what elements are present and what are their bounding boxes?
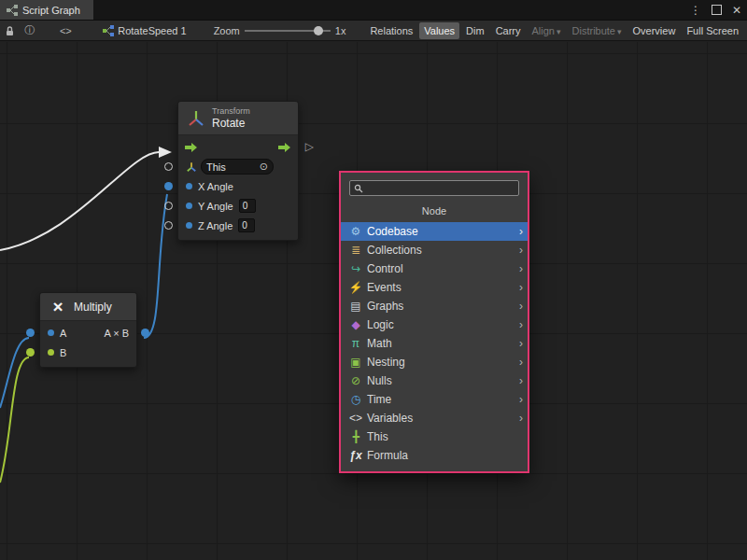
- finder-item-label: Codebase: [367, 225, 519, 238]
- overview-button[interactable]: Overview: [628, 22, 681, 39]
- node-title: Multiply: [74, 301, 112, 314]
- node-header[interactable]: × Multiply: [40, 293, 136, 321]
- finder-item-label: Nesting: [367, 356, 519, 369]
- edge-control-flow[interactable]: [0, 152, 159, 250]
- window-menu-icon[interactable]: ⋮: [690, 4, 701, 17]
- port-x-angle-input[interactable]: [164, 182, 173, 190]
- a-dot-icon: [48, 329, 54, 336]
- align-button[interactable]: Align▾: [528, 22, 566, 39]
- carry-button[interactable]: Carry: [491, 22, 526, 39]
- search-icon: [354, 184, 363, 193]
- codebase-icon: ⚙: [348, 225, 363, 238]
- zoom-slider[interactable]: [245, 30, 331, 32]
- b-dot-icon: [48, 349, 54, 356]
- z-angle-port-row: Z Angle 0: [178, 216, 298, 235]
- x-angle-dot-icon: [186, 183, 192, 189]
- finder-header: Node: [341, 199, 528, 222]
- finder-item-nulls[interactable]: ⊘ Nulls ›: [341, 371, 528, 390]
- flow-out-arrow-icon[interactable]: [278, 142, 291, 153]
- code-view-button[interactable]: <>: [60, 25, 73, 36]
- edge-into-multiply-b[interactable]: [0, 357, 29, 483]
- code-icon: <>: [60, 25, 72, 36]
- finder-item-codebase[interactable]: ⚙ Codebase ›: [341, 222, 528, 241]
- flow-in-arrow-icon[interactable]: [185, 142, 198, 153]
- finder-item-label: This: [367, 430, 523, 443]
- script-graph-icon: [7, 5, 18, 16]
- finder-item-collections[interactable]: ≣ Collections ›: [341, 241, 528, 259]
- y-angle-input[interactable]: 0: [239, 199, 256, 213]
- multiply-icon: ×: [49, 298, 67, 315]
- node-transform-rotate[interactable]: Transform Rotate ▷: [177, 101, 299, 241]
- node-search-input[interactable]: [367, 182, 514, 194]
- finder-item-nesting[interactable]: ▣ Nesting ›: [341, 353, 528, 371]
- zoom-label: Zoom: [214, 25, 240, 36]
- chevron-right-icon: ›: [519, 300, 523, 313]
- port-a-input[interactable]: [26, 329, 35, 337]
- finder-item-logic[interactable]: ◆ Logic ›: [341, 315, 528, 334]
- port-y-angle-input[interactable]: [164, 202, 173, 210]
- port-b-input[interactable]: [26, 348, 35, 357]
- finder-item-events[interactable]: ⚡ Events ›: [341, 278, 528, 297]
- node-type-label: Transform: [212, 106, 250, 117]
- finder-item-label: Control: [367, 262, 519, 275]
- finder-item-time[interactable]: ◷ Time ›: [341, 390, 528, 409]
- object-picker-icon[interactable]: ⊙: [260, 161, 268, 173]
- finder-item-label: Graphs: [367, 300, 519, 313]
- flow-arrowhead-icon: [159, 147, 172, 158]
- relations-button[interactable]: Relations: [365, 22, 417, 39]
- formula-fx-icon: ƒx: [348, 449, 363, 462]
- finder-item-variables[interactable]: <> Variables ›: [341, 409, 528, 427]
- chevron-right-icon: ›: [519, 412, 523, 425]
- this-port-row: This ⊙: [178, 157, 298, 176]
- finder-item-graphs[interactable]: ▤ Graphs ›: [341, 297, 528, 315]
- finder-item-this[interactable]: ╋ This: [341, 427, 528, 446]
- finder-item-label: Collections: [367, 244, 519, 257]
- lock-button[interactable]: [4, 25, 17, 36]
- graphs-folder-icon: ▤: [348, 300, 363, 313]
- finder-item-label: Variables: [367, 412, 519, 425]
- port-z-angle-input[interactable]: [164, 221, 173, 230]
- this-cross-icon: ╋: [348, 430, 363, 443]
- zoom-control: Zoom 1x: [214, 25, 346, 36]
- node-multiply[interactable]: × Multiply A A × B B: [39, 292, 137, 368]
- info-button[interactable]: ⓘ: [23, 23, 36, 37]
- mini-axis-icon: [186, 161, 197, 173]
- edge-into-multiply-a[interactable]: [0, 338, 29, 408]
- control-icon: ↪: [348, 262, 363, 275]
- finder-item-math[interactable]: π Math ›: [341, 334, 528, 353]
- this-target-field[interactable]: This ⊙: [201, 159, 274, 175]
- z-angle-input[interactable]: 0: [238, 218, 255, 232]
- tab-script-graph[interactable]: Script Graph: [0, 0, 93, 20]
- finder-item-formula[interactable]: ƒx Formula: [341, 446, 528, 465]
- close-icon[interactable]: ✕: [732, 4, 741, 17]
- fullscreen-button[interactable]: Full Screen: [682, 22, 743, 39]
- distribute-button[interactable]: Distribute▾: [568, 22, 627, 39]
- dim-button[interactable]: Dim: [461, 22, 489, 39]
- z-angle-label: Z Angle: [198, 220, 233, 231]
- search-field[interactable]: [349, 180, 519, 196]
- x-angle-label: X Angle: [198, 181, 233, 192]
- graph-canvas[interactable]: Transform Rotate ▷: [0, 42, 747, 560]
- transform-axis-icon: [187, 109, 205, 128]
- chevron-right-icon: ›: [519, 281, 523, 294]
- zoom-slider-knob[interactable]: [314, 26, 323, 35]
- variables-icon: <>: [348, 412, 363, 425]
- maximize-icon[interactable]: [712, 5, 722, 15]
- graph-name: RotateSpeed 1: [118, 25, 186, 36]
- z-angle-dot-icon: [186, 222, 192, 229]
- chevron-right-icon: ›: [519, 262, 523, 275]
- events-icon: ⚡: [348, 281, 363, 294]
- values-button[interactable]: Values: [419, 22, 459, 39]
- finder-item-label: Events: [367, 281, 519, 294]
- finder-item-label: Formula: [367, 449, 523, 462]
- edge-multiply-to-xangle[interactable]: [144, 194, 167, 338]
- flow-out-port[interactable]: ▷: [305, 140, 314, 153]
- graph-breadcrumb[interactable]: RotateSpeed 1: [103, 25, 186, 36]
- port-this-input[interactable]: [164, 162, 173, 171]
- chevron-right-icon: ›: [519, 318, 523, 331]
- logic-icon: ◆: [348, 318, 363, 331]
- node-header[interactable]: Transform Rotate: [178, 102, 298, 135]
- collections-icon: ≣: [348, 244, 363, 257]
- finder-item-control[interactable]: ↪ Control ›: [341, 259, 528, 278]
- port-result-output[interactable]: [141, 329, 149, 337]
